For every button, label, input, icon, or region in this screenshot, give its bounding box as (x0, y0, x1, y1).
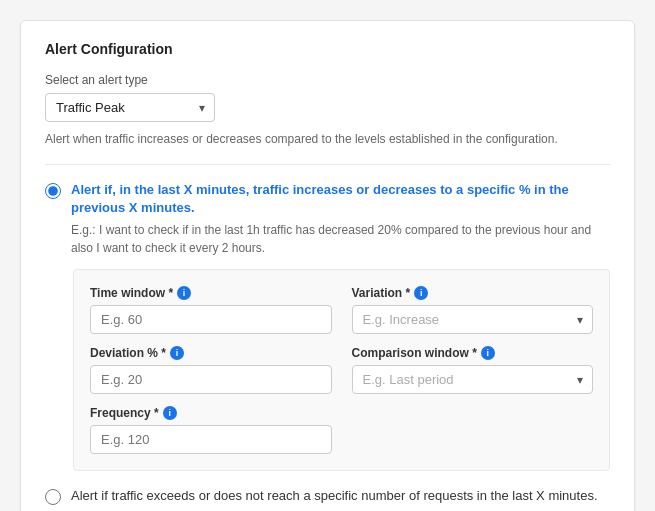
option2-radio-row: Alert if traffic exceeds or does not rea… (45, 487, 610, 511)
option2-radio[interactable] (45, 489, 61, 505)
frequency-info-icon[interactable]: i (163, 406, 177, 420)
fields-grid: Time window * i Variation * i E.g. Incre… (73, 269, 610, 471)
variation-group: Variation * i E.g. Increase Increase Dec… (352, 286, 594, 334)
option1-radio[interactable] (45, 183, 61, 199)
comparison-select-wrapper: E.g. Last period Last period Previous da… (352, 365, 594, 394)
time-window-group: Time window * i (90, 286, 332, 334)
variation-select[interactable]: E.g. Increase Increase Decrease (352, 305, 594, 334)
deviation-info-icon[interactable]: i (170, 346, 184, 360)
option2-label: Alert if traffic exceeds or does not rea… (71, 487, 610, 505)
deviation-group: Deviation % * i (90, 346, 332, 394)
frequency-label: Frequency * i (90, 406, 332, 420)
deviation-label: Deviation % * i (90, 346, 332, 360)
variation-select-wrapper: E.g. Increase Increase Decrease ▾ (352, 305, 594, 334)
comparison-window-info-icon[interactable]: i (481, 346, 495, 360)
alert-type-select[interactable]: Traffic Peak (45, 93, 215, 122)
alert-type-label: Select an alert type (45, 73, 610, 87)
frequency-input[interactable] (90, 425, 332, 454)
option1-content: Alert if, in the last X minutes, traffic… (71, 181, 610, 257)
time-window-label: Time window * i (90, 286, 332, 300)
comparison-window-group: Comparison window * i E.g. Last period L… (352, 346, 594, 394)
divider (45, 164, 610, 165)
variation-info-icon[interactable]: i (414, 286, 428, 300)
option2-content: Alert if traffic exceeds or does not rea… (71, 487, 610, 511)
card-title: Alert Configuration (45, 41, 610, 57)
alert-configuration-card: Alert Configuration Select an alert type… (20, 20, 635, 511)
deviation-input[interactable] (90, 365, 332, 394)
frequency-group: Frequency * i (90, 406, 332, 454)
time-window-input[interactable] (90, 305, 332, 334)
option1-label: Alert if, in the last X minutes, traffic… (71, 181, 610, 217)
alert-type-select-wrapper: Traffic Peak ▾ (45, 93, 215, 122)
option1-example: E.g.: I want to check if in the last 1h … (71, 221, 610, 257)
comparison-window-label: Comparison window * i (352, 346, 594, 360)
comparison-window-select[interactable]: E.g. Last period Last period Previous da… (352, 365, 594, 394)
variation-label: Variation * i (352, 286, 594, 300)
alert-type-description: Alert when traffic increases or decrease… (45, 130, 610, 148)
option1-radio-row: Alert if, in the last X minutes, traffic… (45, 181, 610, 257)
time-window-info-icon[interactable]: i (177, 286, 191, 300)
